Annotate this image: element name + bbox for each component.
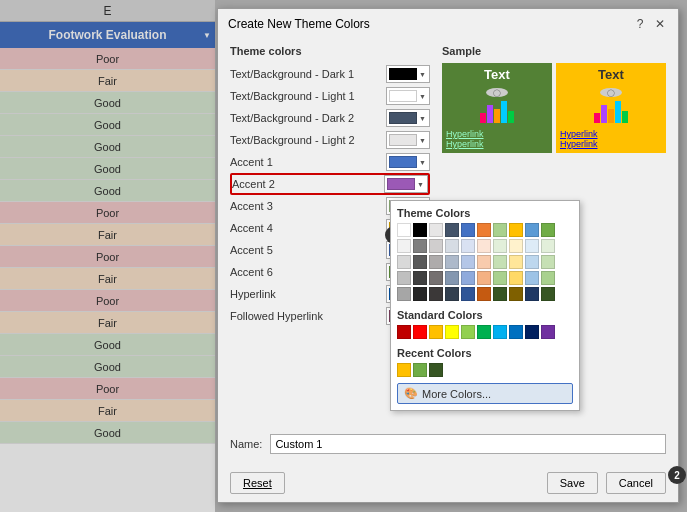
color-dropdown-1[interactable]: ▼: [386, 87, 430, 105]
sample-light-hyperlink: Hyperlink: [560, 129, 662, 139]
standard-color-cell-0[interactable]: [397, 325, 411, 339]
theme-row-3: Text/Background - Light 2▼: [230, 129, 430, 151]
theme-color-cell-1-4[interactable]: [461, 239, 475, 253]
close-button[interactable]: ✕: [652, 16, 668, 32]
standard-color-cell-4[interactable]: [461, 325, 475, 339]
dropdown-arrow-3: ▼: [419, 137, 426, 144]
theme-color-cell-2-2[interactable]: [429, 255, 443, 269]
theme-color-cell-2-6[interactable]: [493, 255, 507, 269]
color-wheel-icon: 🎨: [404, 387, 418, 400]
standard-color-cell-9[interactable]: [541, 325, 555, 339]
theme-color-cell-2-8[interactable]: [525, 255, 539, 269]
theme-color-cell-1-7[interactable]: [509, 239, 523, 253]
theme-color-cell-2-3[interactable]: [445, 255, 459, 269]
theme-color-cell-1-9[interactable]: [541, 239, 555, 253]
theme-label-3: Text/Background - Light 2: [230, 134, 386, 146]
theme-color-cell-3-3[interactable]: [445, 271, 459, 285]
standard-color-cell-3[interactable]: [445, 325, 459, 339]
theme-label-10: Hyperlink: [230, 288, 386, 300]
theme-color-cell-0-2[interactable]: [429, 223, 443, 237]
theme-color-cell-3-6[interactable]: [493, 271, 507, 285]
cancel-button[interactable]: Cancel: [606, 472, 666, 494]
theme-color-row-1: [397, 239, 573, 253]
standard-color-cell-7[interactable]: [509, 325, 523, 339]
theme-label-1: Text/Background - Light 1: [230, 90, 386, 102]
theme-color-cell-2-4[interactable]: [461, 255, 475, 269]
more-colors-button[interactable]: 🎨 More Colors...: [397, 383, 573, 404]
recent-color-cell-2[interactable]: [429, 363, 443, 377]
theme-color-cell-0-3[interactable]: [445, 223, 459, 237]
theme-color-cell-2-9[interactable]: [541, 255, 555, 269]
theme-color-cell-0-1[interactable]: [413, 223, 427, 237]
theme-color-cell-4-6[interactable]: [493, 287, 507, 301]
help-button[interactable]: ?: [632, 16, 648, 32]
name-input[interactable]: [270, 434, 666, 454]
theme-color-cell-2-0[interactable]: [397, 255, 411, 269]
recent-color-cell-1[interactable]: [413, 363, 427, 377]
sample-boxes: Text ◯ Hyperlink Hyperli: [442, 63, 666, 153]
theme-color-cell-2-1[interactable]: [413, 255, 427, 269]
theme-color-cell-0-7[interactable]: [509, 223, 523, 237]
theme-color-cell-3-1[interactable]: [413, 271, 427, 285]
theme-color-cell-1-8[interactable]: [525, 239, 539, 253]
theme-color-row-0: [397, 223, 573, 237]
theme-color-cell-3-7[interactable]: [509, 271, 523, 285]
standard-color-cell-1[interactable]: [413, 325, 427, 339]
name-row: Name:: [230, 430, 666, 458]
theme-color-cell-1-0[interactable]: [397, 239, 411, 253]
theme-color-cell-3-4[interactable]: [461, 271, 475, 285]
theme-color-cell-0-9[interactable]: [541, 223, 555, 237]
theme-color-cell-4-0[interactable]: [397, 287, 411, 301]
standard-color-cell-6[interactable]: [493, 325, 507, 339]
theme-color-cell-4-8[interactable]: [525, 287, 539, 301]
theme-color-cell-4-2[interactable]: [429, 287, 443, 301]
sample-dark-hyperlink2: Hyperlink: [446, 139, 548, 149]
color-dropdown-5[interactable]: ▼: [384, 175, 428, 193]
theme-label-7: Accent 4: [230, 222, 386, 234]
theme-color-cell-2-7[interactable]: [509, 255, 523, 269]
recent-color-cell-0[interactable]: [397, 363, 411, 377]
sample-dark-hyperlink: Hyperlink: [446, 129, 548, 139]
theme-color-cell-4-4[interactable]: [461, 287, 475, 301]
theme-color-cell-1-6[interactable]: [493, 239, 507, 253]
standard-color-cell-2[interactable]: [429, 325, 443, 339]
theme-color-cell-2-5[interactable]: [477, 255, 491, 269]
dropdown-arrow-0: ▼: [419, 71, 426, 78]
footer-left: Reset: [230, 472, 285, 494]
more-colors-label: More Colors...: [422, 388, 491, 400]
theme-label-5: Accent 2: [232, 178, 384, 190]
theme-color-cell-0-4[interactable]: [461, 223, 475, 237]
standard-color-cell-8[interactable]: [525, 325, 539, 339]
theme-color-cell-3-0[interactable]: [397, 271, 411, 285]
dropdown-arrow-5: ▼: [417, 181, 424, 188]
color-dropdown-2[interactable]: ▼: [386, 109, 430, 127]
theme-color-cell-3-8[interactable]: [525, 271, 539, 285]
theme-color-cell-1-3[interactable]: [445, 239, 459, 253]
theme-color-cell-0-5[interactable]: [477, 223, 491, 237]
save-button[interactable]: Save: [547, 472, 598, 494]
theme-color-cell-4-7[interactable]: [509, 287, 523, 301]
theme-row-4: Accent 1▼: [230, 151, 430, 173]
theme-color-cell-4-1[interactable]: [413, 287, 427, 301]
reset-button[interactable]: Reset: [230, 472, 285, 494]
theme-color-cell-3-9[interactable]: [541, 271, 555, 285]
theme-color-cell-1-5[interactable]: [477, 239, 491, 253]
theme-color-cell-0-0[interactable]: [397, 223, 411, 237]
theme-color-cell-4-9[interactable]: [541, 287, 555, 301]
color-dropdown-3[interactable]: ▼: [386, 131, 430, 149]
theme-color-cell-4-3[interactable]: [445, 287, 459, 301]
theme-color-cell-0-6[interactable]: [493, 223, 507, 237]
theme-label-11: Followed Hyperlink: [230, 310, 386, 322]
color-swatch-0: [389, 68, 417, 80]
theme-color-cell-1-2[interactable]: [429, 239, 443, 253]
color-swatch-4: [389, 156, 417, 168]
standard-colors-row: [397, 325, 573, 339]
color-dropdown-0[interactable]: ▼: [386, 65, 430, 83]
color-dropdown-4[interactable]: ▼: [386, 153, 430, 171]
theme-color-cell-3-5[interactable]: [477, 271, 491, 285]
standard-color-cell-5[interactable]: [477, 325, 491, 339]
theme-color-cell-3-2[interactable]: [429, 271, 443, 285]
theme-color-cell-4-5[interactable]: [477, 287, 491, 301]
theme-color-cell-1-1[interactable]: [413, 239, 427, 253]
theme-color-cell-0-8[interactable]: [525, 223, 539, 237]
